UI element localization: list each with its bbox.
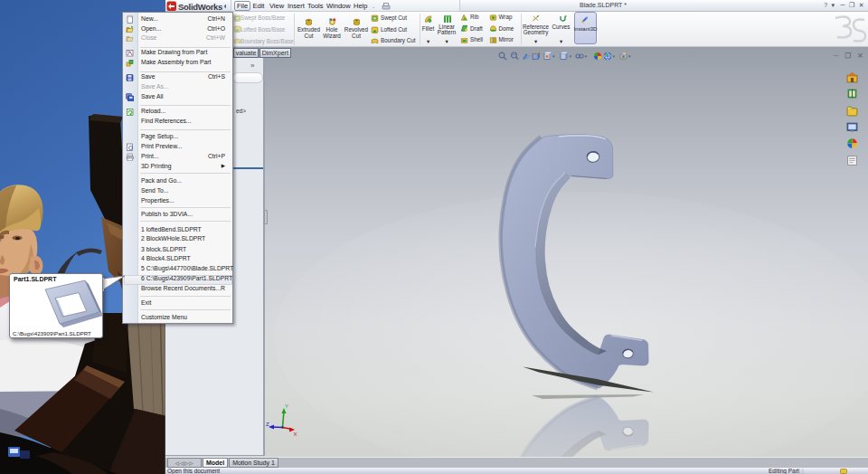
svg-text:Z: Z [266, 422, 269, 427]
svg-text:SolidWorks: SolidWorks [178, 1, 222, 11]
svg-text:Y: Y [285, 403, 288, 409]
svg-text:X: X [294, 431, 297, 437]
